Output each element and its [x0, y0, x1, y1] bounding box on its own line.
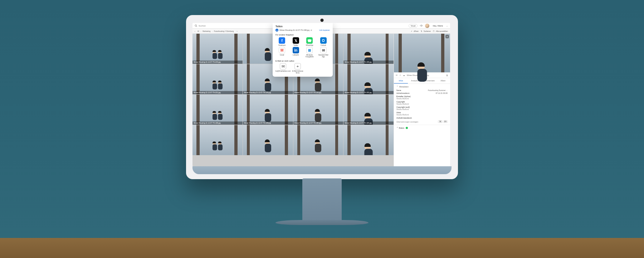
- mail-icon[interactable]: ✉: [396, 74, 397, 76]
- toolbar-action[interactable]: ↗öffnen: [411, 30, 419, 32]
- thumbnail[interactable]: Winter-Shooting-21-12-07-TN-184.jpg: [343, 95, 394, 125]
- share-target-linkedin[interactable]: inLinkedIn: [289, 47, 303, 58]
- thumbnail-caption: Winter-Shooting-21-12-07-TN-184.jpg: [343, 121, 394, 125]
- thumbnail-caption: Winter-Shooting-21-12-07-TN-193.jpg: [293, 91, 343, 94]
- thumbnail-caption: Winter-Shooting-21-12-07-TN-201.jpg: [192, 91, 243, 94]
- thumbnail[interactable]: Winter-Shooting-21-12-07-TN-192.jpg: [343, 64, 394, 94]
- standard mail app-icon: ✉: [320, 47, 327, 53]
- twitter-icon: 𝕏: [293, 37, 299, 44]
- thumbnail-caption: Winter-Shooting-21-12-07-TN-188.jpg: [243, 121, 293, 125]
- whatsapp-icon: ☎: [306, 37, 313, 44]
- share-section-label: Für andere freigeben: [275, 34, 330, 36]
- mail-target[interactable]: +E-Mail-Adresse hinzu: [292, 63, 304, 74]
- crumb-item[interactable]: Fotoshooting // Dörnberg: [214, 30, 234, 32]
- preview-image[interactable]: ×: [394, 34, 450, 72]
- thumbnail[interactable]: Winter-Shooting-21-12-07-TN-188.jpg: [243, 95, 293, 125]
- share-target-windows-fotogalerie[interactable]: ⊞Windows Fotogalerie: [303, 47, 316, 58]
- thumbnail[interactable]: Winter-Shooting-21-12-07-TN-199.jpg: [343, 34, 394, 64]
- dialog-filename: Winter-Shooting-21-12-07-TN-198.jpg: [279, 29, 309, 31]
- thumbnail-caption: Winter-Shooting-21-12-07-TN-199.jpg: [343, 61, 394, 64]
- tab-infos[interactable]: Infos: [394, 78, 408, 83]
- share-target-gmail[interactable]: MGmail: [275, 47, 289, 58]
- gmail-icon: M: [279, 47, 285, 53]
- thumbnail[interactable]: Winter-Shooting-21-12-07-TN-204.jpg: [192, 34, 243, 64]
- section-header-status[interactable]: ⌃ Status: [396, 127, 404, 129]
- meta-block: Aufnahmeedatum: [396, 117, 448, 119]
- meta-block: Copyright (exif)Studio Bioford: [396, 106, 448, 110]
- facebook-icon: f: [279, 37, 285, 44]
- share-target-standard-mail-app[interactable]: ✉Standard Mail App: [317, 47, 330, 58]
- windows fotogalerie-icon: ⊞: [306, 47, 313, 53]
- details-sidebar: × ✉ ⇩ ☁ Winter-Shooting-21-1(..).jpg 🗑 I…: [394, 34, 450, 166]
- thumbnail[interactable]: [293, 125, 343, 155]
- mail-icon: +: [294, 63, 301, 70]
- avatar[interactable]: [425, 24, 429, 28]
- megaphone-icon[interactable]: [420, 24, 423, 27]
- meta-block: CopyrightStudio Bioford: [396, 101, 448, 105]
- share-dialog: Teilen ● Winter-Shooting-21-12-07-TN-198…: [273, 23, 333, 77]
- sort-button[interactable]: ⇅Sortieren: [421, 30, 431, 32]
- crumb-item[interactable]: Marketing: [203, 30, 210, 32]
- user-greeting: Hey, Marie: [433, 25, 443, 27]
- thumbnail-caption: Winter-Shooting-21-12-07-TN-185.jpg: [293, 121, 343, 125]
- language-switch[interactable]: DEEN: [438, 120, 448, 123]
- share-target-facebook[interactable]: fFacebook: [275, 37, 289, 46]
- mail-self-label: E-Mail an mich selbst: [275, 60, 330, 62]
- thumbnail[interactable]: Winter-Shooting-21-12-07-TN-185.jpg: [293, 95, 343, 125]
- copy-link-button[interactable]: Link kopieren: [319, 29, 330, 31]
- meta-row: NameFotoshooting Sommer ...: [396, 89, 448, 91]
- visual-search-button[interactable]: Visual: [409, 24, 418, 28]
- tab-albums[interactable]: Alben: [436, 78, 450, 83]
- thumbnail[interactable]: Winter-Shooting-21-12-07-TN-189.jpg: [192, 95, 243, 125]
- cloud-icon[interactable]: ☁: [403, 74, 405, 76]
- dialog-title: Teilen: [275, 25, 330, 28]
- camera-dot: [321, 19, 324, 22]
- thumbnail-caption: Winter-Shooting-21-12-07-TN-192.jpg: [343, 91, 394, 94]
- app-window: Suchen Visual Hey, Marie ⌄ ‹ UI› Marketi…: [192, 23, 450, 166]
- thumbnail-caption: Winter-Shooting-21-12-07-TN-204.jpg: [192, 61, 243, 64]
- thumbnail[interactable]: [343, 125, 394, 155]
- thumbnail[interactable]: [243, 125, 293, 155]
- desk-surface: [0, 238, 644, 258]
- breadcrumb: UI› Marketing› Fotoshooting // Dörnberg …: [197, 30, 238, 32]
- mail-icon: ✉: [280, 63, 286, 70]
- select-all-button[interactable]: ☐Alle auswählen: [433, 30, 448, 32]
- section-header-metadata[interactable]: ⌃Metadaten: [396, 86, 448, 88]
- translations-toggle[interactable]: Übersetzungen anzeigen: [396, 121, 418, 123]
- trash-icon[interactable]: 🗑: [446, 74, 448, 76]
- chevron-down-icon[interactable]: ⌄: [446, 24, 448, 27]
- meta-block: ArtistStudio Bioford: [396, 111, 448, 116]
- search-input[interactable]: Suchen: [195, 24, 206, 27]
- file-icon: ●: [275, 29, 278, 32]
- search-icon: [195, 24, 197, 27]
- add-folder-icon[interactable]: +: [236, 30, 238, 32]
- share-target-twitter[interactable]: 𝕏Twitter: [289, 37, 303, 46]
- outlook-icon: O: [320, 37, 327, 44]
- thumbnail[interactable]: Winter-Shooting-21-12-07-TN-201.jpg: [192, 64, 243, 94]
- close-icon[interactable]: ×: [445, 35, 449, 38]
- mail-target[interactable]: ✉bo@4marketbox.com: [275, 63, 291, 74]
- crumb-item[interactable]: UI: [197, 30, 199, 32]
- meta-row: Aufnahmedatum07.12.21 00:00: [396, 92, 448, 94]
- meta-block: Ersteller (byline)Studio Bioford: [396, 95, 448, 100]
- thumbnail-caption: Winter-Shooting-21-12-07-TN-195.jpg: [243, 91, 293, 94]
- thumbnail-caption: Winter-Shooting-21-12-07-TN-189.jpg: [192, 121, 243, 125]
- share-target-whatsapp[interactable]: ☎WhatsApp: [303, 37, 316, 46]
- chevron-left-icon[interactable]: ‹: [195, 30, 195, 32]
- download-icon[interactable]: ⇩: [399, 74, 401, 76]
- imac-mockup: Suchen Visual Hey, Marie ⌄ ‹ UI› Marketi…: [186, 15, 458, 225]
- svg-point-0: [195, 25, 197, 27]
- share-target-outlook[interactable]: OOutlook: [317, 37, 330, 46]
- status-dot-icon: [406, 127, 408, 129]
- thumbnail[interactable]: [192, 125, 243, 155]
- linkedin-icon: in: [293, 47, 299, 53]
